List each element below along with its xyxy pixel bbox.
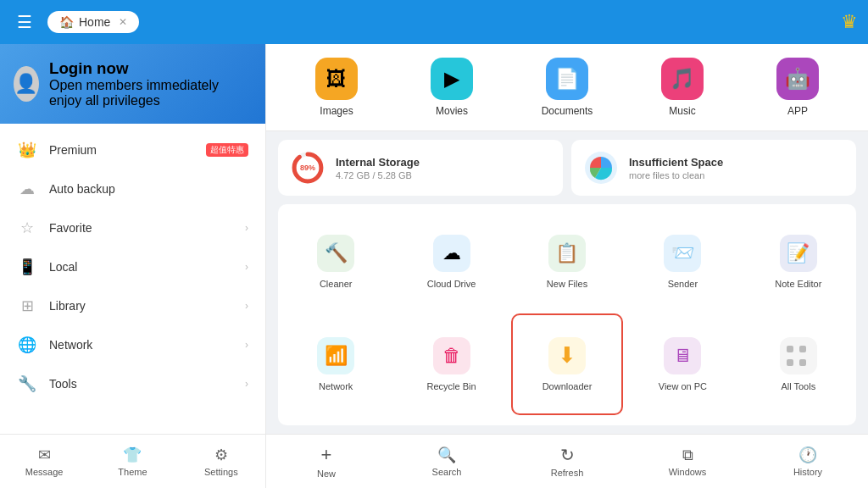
settings-icon: ⚙ (214, 446, 228, 464)
category-movies[interactable]: ▶ Movies (422, 58, 481, 117)
tool-all-tools[interactable]: All Tools (741, 312, 856, 418)
tools-icon: 🔧 (17, 374, 37, 393)
sidebar-label-favorite: Favorite (49, 221, 233, 235)
sidebar-bottom-tabs: ✉ Message 👕 Theme ⚙ Settings (0, 434, 265, 488)
tool-downloader[interactable]: ⬇ Downloader (511, 313, 623, 416)
hamburger-icon[interactable]: ☰ (10, 8, 39, 36)
tool-sender[interactable]: 📨 Sender (625, 213, 740, 312)
sidebar-login-banner[interactable]: 👤 Login now Open members immediately enj… (0, 44, 265, 124)
insufficient-subtitle: more files to clean (629, 170, 723, 180)
chevron-down-icon-tools: › (245, 378, 248, 390)
chevron-down-icon-library: › (245, 300, 248, 312)
sidebar-label-library: Library (49, 299, 233, 313)
sidebar-nav: 👑 Premium 超值特惠 ☁ Auto backup ☆ Favorite … (0, 124, 265, 434)
sidebar: 👤 Login now Open members immediately enj… (0, 44, 266, 488)
message-icon: ✉ (38, 446, 51, 464)
storage-row: 89% Internal Storage 4.72 GB / 5.28 GB (266, 131, 868, 204)
category-images[interactable]: 🖼 Images (307, 58, 366, 117)
sidebar-tab-settings[interactable]: ⚙ Settings (177, 435, 265, 488)
crown-icon[interactable]: ♛ (841, 11, 858, 33)
history-icon: 🕐 (798, 446, 817, 464)
tool-downloader-label: Downloader (542, 381, 593, 391)
category-row: 🖼 Images ▶ Movies 📄 Documents 🎵 Music 🤖 … (266, 44, 868, 131)
insufficient-info: Insufficient Space more files to clean (629, 156, 723, 180)
tool-cloud-label: Cloud Drive (427, 279, 476, 289)
sidebar-tab-message[interactable]: ✉ Message (0, 435, 88, 488)
windows-icon: ⧉ (682, 446, 693, 464)
recycle-bin-icon: 🗑 (433, 337, 470, 374)
login-text: Login now Open members immediately enjoy… (49, 59, 252, 108)
close-tab-icon[interactable]: ✕ (119, 16, 127, 28)
login-title: Login now (49, 59, 252, 78)
bottom-tab-history[interactable]: 🕐 History (748, 435, 868, 488)
new-files-icon: 📋 (548, 235, 586, 272)
bottom-tab-new[interactable]: + New (266, 435, 387, 488)
network-tool-icon: 📶 (317, 337, 354, 374)
main-layout: 👤 Login now Open members immediately enj… (0, 44, 868, 488)
tool-network-label: Network (319, 381, 353, 391)
bottom-tab-search[interactable]: 🔍 Search (387, 435, 507, 488)
bottom-bar: + New 🔍 Search ↻ Refresh ⧉ Windows 🕐 His… (266, 434, 868, 488)
sidebar-tab-settings-label: Settings (204, 467, 238, 477)
bottom-tab-refresh[interactable]: ↻ Refresh (507, 435, 627, 488)
sidebar-item-library[interactable]: ⊞ Library › (0, 286, 265, 325)
tool-alltools-label: All Tools (781, 381, 815, 391)
chevron-down-icon-network: › (245, 339, 248, 351)
login-subtitle: Open members immediately enjoy all privi… (49, 78, 252, 108)
local-icon: 📱 (17, 258, 37, 276)
bottom-tab-new-label: New (317, 469, 336, 479)
note-editor-icon: 📝 (780, 235, 817, 272)
tool-cloud-drive[interactable]: ☁ Cloud Drive (393, 213, 509, 312)
sidebar-tab-theme[interactable]: 👕 Theme (88, 435, 176, 488)
sidebar-label-premium: Premium (49, 143, 191, 157)
tool-view-on-pc[interactable]: 🖥 View on PC (625, 312, 740, 418)
category-movies-label: Movies (436, 105, 468, 117)
insufficient-title: Insufficient Space (629, 156, 723, 169)
sidebar-item-tools[interactable]: 🔧 Tools › (0, 364, 265, 403)
category-music-label: Music (669, 105, 695, 117)
sidebar-label-local: Local (49, 260, 233, 274)
sidebar-item-autobackup[interactable]: ☁ Auto backup (0, 169, 265, 208)
network-icon: 🌐 (17, 336, 37, 354)
sidebar-item-local[interactable]: 📱 Local › (0, 247, 265, 286)
sidebar-item-network[interactable]: 🌐 Network › (0, 325, 265, 364)
cloud-drive-icon: ☁ (433, 235, 470, 272)
insufficient-space-card[interactable]: Insufficient Space more files to clean (571, 140, 856, 196)
home-tab[interactable]: 🏠 Home ✕ (47, 11, 139, 33)
new-icon: + (321, 444, 332, 466)
tool-new-files[interactable]: 📋 New Files (509, 213, 625, 312)
app-icon: 🤖 (776, 58, 819, 100)
internal-storage-title: Internal Storage (336, 156, 420, 169)
category-app[interactable]: 🤖 APP (768, 58, 827, 117)
premium-icon: 👑 (17, 141, 37, 159)
sidebar-label-tools: Tools (49, 377, 233, 391)
category-documents[interactable]: 📄 Documents (537, 58, 597, 117)
home-tab-label: Home (79, 15, 110, 29)
autobackup-icon: ☁ (17, 180, 37, 198)
internal-storage-size: 4.72 GB / 5.28 GB (336, 170, 420, 180)
tool-note-editor[interactable]: 📝 Note Editor (741, 213, 856, 312)
images-icon: 🖼 (315, 58, 358, 100)
sidebar-item-favorite[interactable]: ☆ Favorite › (0, 208, 265, 247)
bottom-tab-windows[interactable]: ⧉ Windows (627, 435, 748, 488)
tools-grid: 🔨 Cleaner ☁ Cloud Drive 📋 New Files 📨 Se… (278, 204, 856, 425)
bottom-tab-windows-label: Windows (669, 467, 707, 477)
sidebar-item-premium[interactable]: 👑 Premium 超值特惠 (0, 130, 265, 169)
avatar: 👤 (14, 66, 39, 102)
tool-recycle-bin[interactable]: 🗑 Recycle Bin (393, 312, 509, 418)
sender-icon: 📨 (664, 235, 701, 272)
bottom-tab-refresh-label: Refresh (551, 468, 584, 478)
movies-icon: ▶ (431, 58, 473, 100)
refresh-icon: ↻ (560, 445, 575, 465)
tool-cleaner[interactable]: 🔨 Cleaner (278, 213, 393, 312)
tool-network[interactable]: 📶 Network (278, 312, 393, 418)
premium-badge: 超值特惠 (206, 143, 248, 157)
tool-note-label: Note Editor (775, 279, 821, 289)
cleaner-icon: 🔨 (317, 235, 354, 272)
category-app-label: APP (787, 105, 808, 117)
category-documents-label: Documents (542, 105, 593, 117)
view-on-pc-icon: 🖥 (664, 337, 701, 374)
theme-icon: 👕 (123, 446, 142, 464)
category-music[interactable]: 🎵 Music (653, 58, 712, 117)
internal-storage-card[interactable]: 89% Internal Storage 4.72 GB / 5.28 GB (278, 140, 563, 196)
